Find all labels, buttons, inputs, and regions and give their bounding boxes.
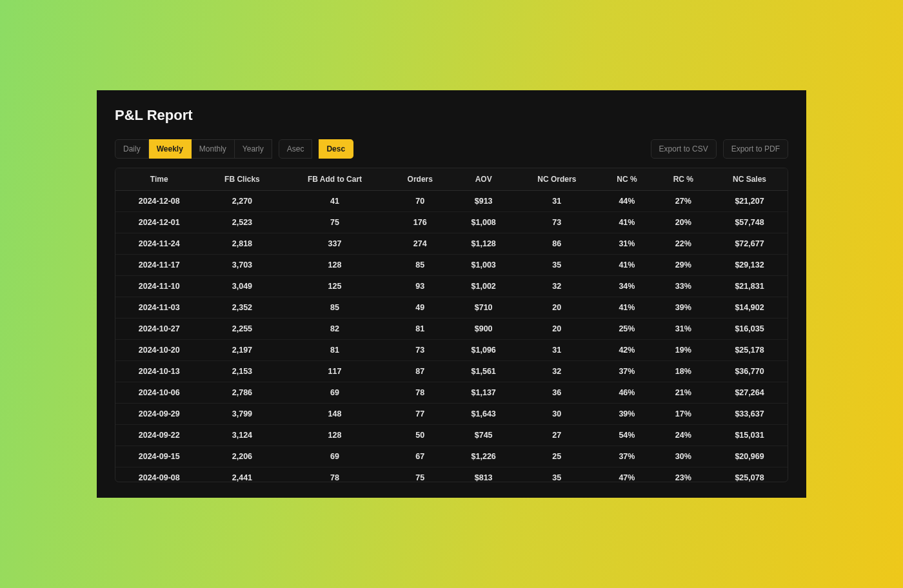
table-scroll-area[interactable]: TimeFB ClicksFB Add to CartOrdersAOVNC O…	[115, 168, 788, 482]
table-cell: 2024-11-24	[115, 233, 203, 255]
table-cell: 41%	[599, 297, 655, 318]
table-cell: 77	[388, 404, 452, 425]
table-cell: 2,197	[203, 340, 281, 361]
table-container: TimeFB ClicksFB Add to CartOrdersAOVNC O…	[115, 168, 788, 482]
table-cell: 85	[281, 297, 388, 318]
column-header[interactable]: RC %	[655, 168, 711, 191]
table-cell: 2024-12-08	[115, 191, 203, 212]
export-pdf-button[interactable]: Export to PDF	[723, 139, 788, 159]
app-window: P&L Report Daily Weekly Monthly Yearly A…	[97, 90, 806, 498]
table-cell: 30	[515, 404, 599, 425]
table-row[interactable]: 2024-12-012,52375176$1,0087341%20%$57,74…	[115, 212, 788, 233]
table-cell: 125	[281, 276, 388, 297]
table-cell: 32	[515, 276, 599, 297]
table-cell: 19%	[655, 340, 711, 361]
table-cell: $20,969	[711, 446, 788, 467]
table-row[interactable]: 2024-10-272,2558281$9002025%31%$16,035	[115, 318, 788, 340]
table-cell: 93	[388, 276, 452, 297]
table-cell: 23%	[655, 467, 711, 482]
table-row[interactable]: 2024-12-082,2704170$9133144%27%$21,207	[115, 191, 788, 212]
table-cell: 81	[281, 340, 388, 361]
table-cell: 69	[281, 446, 388, 467]
table-cell: 2024-10-27	[115, 318, 203, 340]
table-row[interactable]: 2024-11-242,818337274$1,1288631%22%$72,6…	[115, 233, 788, 255]
column-header[interactable]: Time	[115, 168, 203, 191]
table-cell: 37%	[599, 446, 655, 467]
table-cell: $27,264	[711, 382, 788, 404]
table-cell: 78	[281, 467, 388, 482]
table-cell: 2,206	[203, 446, 281, 467]
table-cell: $1,096	[452, 340, 515, 361]
timeframe-weekly[interactable]: Weekly	[149, 139, 192, 159]
table-head: TimeFB ClicksFB Add to CartOrdersAOVNC O…	[115, 168, 788, 191]
table-cell: 24%	[655, 425, 711, 446]
table-header-row: TimeFB ClicksFB Add to CartOrdersAOVNC O…	[115, 168, 788, 191]
timeframe-monthly[interactable]: Monthly	[192, 139, 235, 159]
table-cell: 73	[388, 340, 452, 361]
column-header[interactable]: NC Sales	[711, 168, 788, 191]
table-cell: 33%	[655, 276, 711, 297]
table-row[interactable]: 2024-10-132,15311787$1,5613237%18%$36,77…	[115, 361, 788, 382]
column-header[interactable]: NC Orders	[515, 168, 599, 191]
toolbar: Daily Weekly Monthly Yearly Asec Desc Ex…	[115, 139, 788, 159]
table-row[interactable]: 2024-09-082,4417875$8133547%23%$25,078	[115, 467, 788, 482]
table-cell: $25,078	[711, 467, 788, 482]
timeframe-yearly[interactable]: Yearly	[235, 139, 272, 159]
table-cell: $57,748	[711, 212, 788, 233]
table-row[interactable]: 2024-09-223,12412850$7452754%24%$15,031	[115, 425, 788, 446]
table-cell: 148	[281, 404, 388, 425]
table-row[interactable]: 2024-09-293,79914877$1,6433039%17%$33,63…	[115, 404, 788, 425]
column-header[interactable]: FB Clicks	[203, 168, 281, 191]
table-cell: 20	[515, 318, 599, 340]
table-cell: $36,770	[711, 361, 788, 382]
table-cell: 46%	[599, 382, 655, 404]
table-cell: 31	[515, 340, 599, 361]
column-header[interactable]: AOV	[452, 168, 515, 191]
table-cell: 75	[281, 212, 388, 233]
sort-desc[interactable]: Desc	[319, 139, 353, 159]
table-cell: 49	[388, 297, 452, 318]
table-cell: 2024-11-03	[115, 297, 203, 318]
export-csv-button[interactable]: Export to CSV	[651, 139, 717, 159]
table-cell: 2024-09-22	[115, 425, 203, 446]
table-row[interactable]: 2024-11-103,04912593$1,0023234%33%$21,83…	[115, 276, 788, 297]
table-row[interactable]: 2024-11-173,70312885$1,0033541%29%$29,13…	[115, 255, 788, 276]
table-cell: $1,137	[452, 382, 515, 404]
table-row[interactable]: 2024-11-032,3528549$7102041%39%$14,902	[115, 297, 788, 318]
table-cell: $1,008	[452, 212, 515, 233]
table-cell: 117	[281, 361, 388, 382]
table-cell: 75	[388, 467, 452, 482]
table-row[interactable]: 2024-10-062,7866978$1,1373646%21%$27,264	[115, 382, 788, 404]
table-row[interactable]: 2024-10-202,1978173$1,0963142%19%$25,178	[115, 340, 788, 361]
table-cell: 22%	[655, 233, 711, 255]
table-cell: 128	[281, 425, 388, 446]
table-cell: 50	[388, 425, 452, 446]
column-header[interactable]: FB Add to Cart	[281, 168, 388, 191]
table-cell: 2024-10-13	[115, 361, 203, 382]
table-cell: 337	[281, 233, 388, 255]
table-cell: 29%	[655, 255, 711, 276]
table-cell: 3,124	[203, 425, 281, 446]
table-cell: 2,786	[203, 382, 281, 404]
sort-asc[interactable]: Asec	[279, 139, 313, 159]
table-cell: 31%	[655, 318, 711, 340]
timeframe-daily[interactable]: Daily	[115, 139, 149, 159]
table-cell: 87	[388, 361, 452, 382]
table-cell: 27%	[655, 191, 711, 212]
table-cell: 41%	[599, 212, 655, 233]
table-cell: 69	[281, 382, 388, 404]
table-cell: 176	[388, 212, 452, 233]
table-cell: 47%	[599, 467, 655, 482]
column-header[interactable]: NC %	[599, 168, 655, 191]
column-header[interactable]: Orders	[388, 168, 452, 191]
table-cell: $33,637	[711, 404, 788, 425]
table-cell: $745	[452, 425, 515, 446]
table-cell: 32	[515, 361, 599, 382]
table-cell: 34%	[599, 276, 655, 297]
table-cell: 41%	[599, 255, 655, 276]
table-cell: 3,049	[203, 276, 281, 297]
table-row[interactable]: 2024-09-152,2066967$1,2262537%30%$20,969	[115, 446, 788, 467]
table-cell: 2024-10-06	[115, 382, 203, 404]
table-cell: 3,703	[203, 255, 281, 276]
table-cell: 44%	[599, 191, 655, 212]
